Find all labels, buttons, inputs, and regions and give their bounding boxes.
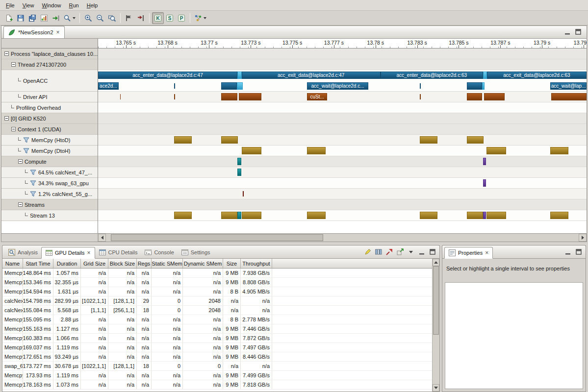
timeline-bar[interactable] xyxy=(242,212,261,219)
timeline-bar[interactable] xyxy=(420,136,437,144)
timeline-ruler[interactable]: 13.765 s13.768 s13.77 s13.773 s13.775 s1… xyxy=(98,39,587,49)
timeline-bar[interactable] xyxy=(420,212,437,219)
timeline-bar[interactable] xyxy=(467,136,484,144)
scroll-down-button[interactable] xyxy=(433,384,439,392)
timeline-bar[interactable] xyxy=(242,147,261,154)
maximize-icon[interactable] xyxy=(574,247,584,257)
timeline-bar[interactable] xyxy=(482,82,485,90)
table-row[interactable]: Memcpy153.346 ms32.355 µsn/an/an/an/an/a… xyxy=(2,278,432,287)
tree-row[interactable]: [0] GRID K520 xyxy=(1,113,98,124)
column-header-throughput[interactable]: Throughput xyxy=(241,259,272,268)
minimize-icon[interactable] xyxy=(563,247,573,257)
timeline-bar[interactable] xyxy=(221,93,237,100)
table-row[interactable]: Memcpy155.095 ms2.88 µsn/an/an/an/an/a8 … xyxy=(2,315,432,324)
column-header-grid-size[interactable]: Grid Size xyxy=(81,259,108,268)
mark-timeline-button[interactable] xyxy=(123,12,135,24)
timeline-bar[interactable] xyxy=(239,93,261,100)
timeline-bar[interactable] xyxy=(550,212,568,219)
timeline-bar[interactable] xyxy=(174,94,175,99)
process-view-toggle-button[interactable]: P xyxy=(176,12,187,24)
close-icon[interactable] xyxy=(485,250,489,256)
hscrollbar-track[interactable] xyxy=(106,234,579,242)
expander-icon[interactable] xyxy=(18,202,23,207)
column-header-dynamic-smem[interactable]: Dynamic SMem xyxy=(183,259,223,268)
table-row[interactable]: Memcpy178.163 ms1.073 msn/an/an/an/an/a9… xyxy=(2,380,432,390)
minimize-icon[interactable] xyxy=(563,27,572,36)
timeline-bar[interactable] xyxy=(237,212,241,219)
table-row[interactable]: calcNext155.084 ms5.568 µs[1,1,1][256,1,… xyxy=(2,306,432,315)
stream-view-toggle-button[interactable]: S xyxy=(164,12,176,24)
timeline-bar[interactable] xyxy=(486,147,506,154)
tab-cpu-details[interactable]: CPU Details xyxy=(95,246,141,258)
timeline-bar[interactable]: acc_enter_data@laplace2d.c:63 xyxy=(381,72,483,79)
timeline-bar[interactable] xyxy=(174,136,192,144)
tree-row[interactable]: MemCpy (HtoD) xyxy=(1,135,98,146)
timeline-bar[interactable] xyxy=(221,212,237,219)
scroll-up-button[interactable] xyxy=(433,259,439,266)
tree-row[interactable]: Streams xyxy=(1,199,98,210)
guided-analysis-button[interactable] xyxy=(193,12,208,24)
tab-settings[interactable]: Settings xyxy=(178,246,214,258)
scroll-left-button[interactable] xyxy=(98,234,106,242)
timeline-bar[interactable] xyxy=(120,94,121,99)
expander-icon[interactable] xyxy=(18,159,23,164)
timeline-bar[interactable] xyxy=(420,83,420,89)
highlighter-icon[interactable] xyxy=(363,247,373,257)
tab-console[interactable]: Console xyxy=(141,246,177,258)
tree-row[interactable]: Context 1 (CUDA) xyxy=(1,124,98,135)
menu-view[interactable]: View xyxy=(19,1,38,10)
timeline-bar[interactable] xyxy=(420,94,420,99)
timeline-hscrollbar[interactable] xyxy=(1,233,587,242)
timeline-bar[interactable] xyxy=(467,93,482,100)
tree-row[interactable]: 64.5% calcNext_47_... xyxy=(1,167,98,178)
profile-application-button[interactable] xyxy=(38,12,50,24)
tree-row[interactable]: Compute xyxy=(1,156,98,167)
tree-row[interactable]: Process "laplace_data_clauses 10... xyxy=(1,49,98,59)
timeline-bar[interactable]: ace2d... xyxy=(98,82,119,90)
tree-row[interactable]: OpenACC xyxy=(1,70,98,92)
timeline-bar[interactable] xyxy=(221,136,238,144)
minimize-icon[interactable] xyxy=(417,247,427,257)
table-row[interactable]: swap_63173.727 ms30.678 µs[1022,1,1][128… xyxy=(2,362,432,371)
close-icon[interactable] xyxy=(87,250,91,256)
tree-row[interactable]: Profiling Overhead xyxy=(1,102,98,113)
timeline-bar[interactable] xyxy=(483,158,486,165)
vscrollbar-track[interactable] xyxy=(433,266,439,384)
timeline-bar[interactable] xyxy=(486,212,506,219)
close-icon[interactable] xyxy=(56,29,60,35)
column-header-regs[interactable]: Regs xyxy=(137,259,152,268)
column-header-block-size[interactable]: Block Size xyxy=(108,259,137,268)
timeline-bar[interactable] xyxy=(221,82,237,90)
column-header-duration[interactable]: Duration xyxy=(53,259,81,268)
view-menu-icon[interactable] xyxy=(406,247,416,257)
tab-analysis[interactable]: Analysis xyxy=(4,246,41,258)
timeline-bar[interactable] xyxy=(483,212,486,219)
scroll-right-button[interactable] xyxy=(579,234,587,242)
tree-row[interactable]: Stream 13 xyxy=(1,210,98,221)
timeline-bar[interactable]: acc_wait@lap... xyxy=(550,82,587,90)
table-row[interactable]: calcNext154.798 ms282.99 µs[1022,1,1][12… xyxy=(2,296,432,306)
timeline-bar[interactable] xyxy=(307,147,326,154)
column-header-size[interactable]: Size xyxy=(223,259,241,268)
timeline-bar[interactable]: acc_enter_data@laplace2d.c:47 xyxy=(98,72,237,79)
maximize-icon[interactable] xyxy=(574,27,583,36)
zoom-in-button[interactable] xyxy=(82,12,94,24)
editor-tab-session[interactable]: *NewSession2 xyxy=(3,26,65,38)
tree-row[interactable]: Driver API xyxy=(1,92,98,102)
goto-marker-button[interactable] xyxy=(135,12,147,24)
new-session-button[interactable] xyxy=(3,12,15,24)
timeline-bar[interactable]: cuSt... xyxy=(307,93,327,100)
timeline-bar[interactable]: acc_exit_data@laplace2d.c:47 xyxy=(242,72,381,79)
tab-properties[interactable]: Properties xyxy=(444,247,493,259)
timeline-bar[interactable] xyxy=(174,83,175,89)
timeline-bar[interactable] xyxy=(174,212,192,219)
search-button[interactable] xyxy=(62,12,77,24)
timeline-bar[interactable] xyxy=(467,212,483,219)
table-vscrollbar[interactable] xyxy=(432,259,439,392)
timeline-bar[interactable]: acc_wait@laplace2d.c... xyxy=(307,82,368,90)
table-row[interactable]: Memcpy155.163 ms1.127 msn/an/an/an/an/a9… xyxy=(2,324,432,334)
save-all-button[interactable] xyxy=(26,12,38,24)
expander-icon[interactable] xyxy=(11,62,16,67)
column-header-start-time[interactable]: Start Time xyxy=(23,259,53,268)
timeline-bar[interactable] xyxy=(551,93,587,100)
